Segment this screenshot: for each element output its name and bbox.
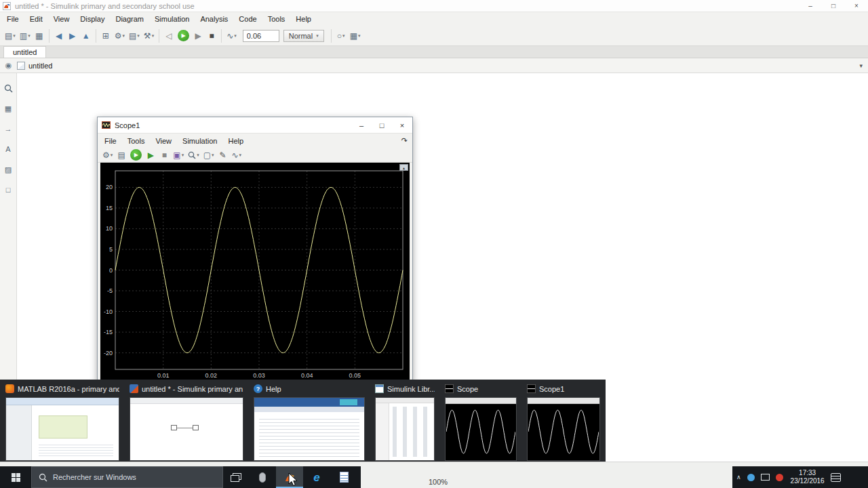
chevron-down-icon: ▾	[358, 33, 361, 38]
maximize-icon: □	[380, 121, 384, 129]
preview-label-row: Scope1	[527, 383, 600, 394]
tray-antivirus-button[interactable]	[776, 474, 783, 481]
taskbar-preview-help[interactable]: Help	[254, 383, 365, 461]
scope-settings-button[interactable]: ⚙▾	[100, 147, 115, 163]
taskbar-app-edge[interactable]: e	[303, 466, 330, 488]
tray-onedrive-button[interactable]	[747, 474, 755, 481]
tab-untitled[interactable]: untitled	[3, 46, 46, 58]
plot-style-button[interactable]: ▣▾	[171, 147, 186, 163]
undock-arrow-icon[interactable]: ↷	[401, 136, 408, 145]
menu-code[interactable]: Code	[233, 14, 262, 24]
menu-display[interactable]: Display	[75, 14, 110, 24]
menu-diagram[interactable]: Diagram	[110, 14, 149, 24]
taskbar-preview-scope[interactable]: Scope	[445, 383, 517, 461]
scope-run-button[interactable]: ▶	[128, 147, 144, 163]
start-button[interactable]	[0, 466, 31, 488]
preview-thumbnail[interactable]	[527, 397, 600, 461]
area-button[interactable]: □	[1, 183, 16, 197]
scope-maximize-button[interactable]: □	[372, 118, 392, 133]
taskbar-app-snip[interactable]	[249, 466, 276, 488]
minimize-button[interactable]: –	[799, 0, 822, 12]
scope-menu-tools[interactable]: Tools	[122, 136, 151, 146]
scope-menu-view[interactable]: View	[150, 136, 177, 146]
taskbar-preview-scope1[interactable]: Scope1	[527, 383, 600, 461]
preview-thumbnail[interactable]	[5, 397, 119, 461]
taskbar-preview-library[interactable]: Simulink Libr...	[375, 383, 435, 461]
open-model-button[interactable]: ▥▾	[18, 28, 33, 44]
back-button[interactable]: ◀	[52, 28, 66, 44]
float-scope-button[interactable]: ▴	[399, 164, 408, 171]
run-button[interactable]: ▶	[176, 28, 191, 44]
simulation-data-inspector-button[interactable]: ∿▾	[224, 28, 239, 44]
menu-analysis[interactable]: Analysis	[195, 14, 233, 24]
close-icon: ×	[400, 121, 404, 129]
preview-thumbnail[interactable]	[375, 397, 435, 461]
signal-highlight-button[interactable]: ✎	[216, 147, 230, 163]
new-model-button[interactable]: ▤▾	[3, 28, 18, 44]
model-settings-button[interactable]: ⚙▾	[113, 28, 127, 44]
taskbar-clock[interactable]: 17:33 23/12/2016	[791, 469, 825, 486]
menu-view[interactable]: View	[48, 14, 75, 24]
forward-button[interactable]: ▶	[66, 28, 79, 44]
chevron-down-icon: ▾	[342, 33, 345, 38]
preview-thumbnail[interactable]	[445, 397, 517, 461]
thumb-block	[193, 425, 199, 430]
scope-titlebar[interactable]: Scope1 – □ ×	[98, 117, 412, 134]
stop-time-input[interactable]	[243, 30, 279, 42]
scope-stop-button[interactable]: ■	[157, 147, 171, 163]
window-title: untitled * - Simulink primary and second…	[15, 2, 195, 10]
preview-label: Simulink Libr...	[387, 385, 435, 393]
up-to-parent-button[interactable]: ▲	[79, 28, 93, 44]
style-icon: ▣	[173, 151, 180, 159]
menu-file[interactable]: File	[1, 14, 24, 24]
scope-menu-help[interactable]: Help	[222, 136, 249, 146]
axes-span-button[interactable]: ▢▾	[201, 147, 216, 163]
task-view-button[interactable]	[223, 466, 249, 488]
mouse-app-icon	[259, 472, 266, 483]
trigger-button[interactable]: ∿▾	[230, 147, 244, 163]
taskbar-preview-simulink[interactable]: untitled * - Simulink primary an...	[130, 383, 243, 461]
scope-menu-simulation[interactable]: Simulation	[177, 136, 222, 146]
menu-tools[interactable]: Tools	[262, 14, 291, 24]
taskbar-app-matlab[interactable]	[276, 466, 303, 488]
save-model-button[interactable]: ▦	[33, 28, 46, 44]
breadcrumb-dropdown-button[interactable]: ▾	[859, 62, 863, 69]
scope-minimize-button[interactable]: –	[351, 118, 372, 133]
explorer-toggle-button[interactable]: ◉	[0, 61, 17, 70]
library-browser-button[interactable]: ⊞	[99, 28, 113, 44]
build-button[interactable]: ⚒▾	[142, 28, 156, 44]
menu-edit[interactable]: Edit	[24, 14, 48, 24]
preview-thumbnail[interactable]	[130, 397, 243, 461]
taskbar-search-input[interactable]: Rechercher sur Windows	[31, 466, 223, 488]
thumb-textlines	[39, 443, 113, 456]
annotation-button[interactable]: A	[1, 142, 16, 156]
menu-simulation[interactable]: Simulation	[149, 14, 195, 24]
menu-help[interactable]: Help	[290, 14, 317, 24]
thumb-subheader	[254, 407, 364, 412]
tray-display-button[interactable]	[761, 474, 770, 481]
step-back-button[interactable]: ◁	[162, 28, 176, 44]
taskbar-preview-matlab[interactable]: MATLAB R2016a - primary and ...	[5, 383, 119, 461]
simulation-mode-select[interactable]: Normal▾	[283, 30, 324, 42]
maximize-button[interactable]: □	[822, 0, 845, 12]
stop-button[interactable]: ■	[205, 28, 218, 44]
step-forward-button[interactable]: ▶	[191, 28, 205, 44]
preview-thumbnail[interactable]	[254, 397, 365, 461]
sdi-button[interactable]: ○▾	[334, 28, 348, 44]
close-button[interactable]: ×	[845, 0, 868, 12]
action-center-button[interactable]	[831, 473, 841, 482]
signal-routing-button[interactable]: →	[1, 122, 16, 136]
print-button[interactable]: ▤	[115, 147, 128, 163]
tray-chevron-button[interactable]: ∧	[736, 474, 741, 481]
taskbar-app-document[interactable]	[330, 466, 357, 488]
help-icon	[254, 384, 262, 393]
zoom-button[interactable]	[1, 81, 16, 95]
scope-close-button[interactable]: ×	[392, 118, 412, 133]
image-button[interactable]: ▨	[1, 163, 16, 176]
layout-button[interactable]: ▦▾	[348, 28, 363, 44]
scope-zoom-button[interactable]: ▾	[186, 147, 201, 163]
scope-menu-file[interactable]: File	[99, 136, 122, 146]
fit-to-view-button[interactable]: ▦	[1, 102, 16, 115]
scope-step-button[interactable]: ▶	[144, 147, 157, 163]
signal-table-button[interactable]: ▤▾	[127, 28, 142, 44]
